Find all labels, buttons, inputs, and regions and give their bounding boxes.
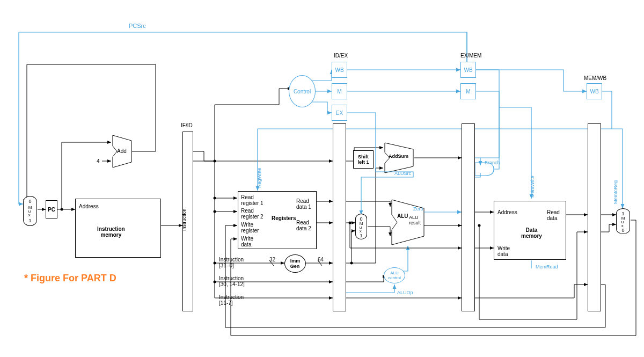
svg-point-4 (214, 262, 216, 265)
mux-label: M u x (28, 206, 32, 217)
dmem-write-data: Write data (497, 245, 510, 257)
dmem-title: Data memory (521, 227, 542, 239)
svg-point-8 (478, 224, 481, 227)
idex-m: M (332, 83, 347, 99)
mux-1: 1 (360, 233, 362, 238)
shift-left-1: Shift left 1 (353, 150, 374, 169)
mux-label: M u x (360, 222, 363, 233)
memtoreg-label: MemtoReg (613, 180, 618, 204)
memread-label: MemRead (536, 264, 558, 269)
ex-mem-register (462, 123, 475, 311)
mem-wb-label: MEM/WB (584, 75, 606, 81)
if-id-label: IF/ID (181, 122, 193, 128)
regwrite-label: RegWrite (257, 168, 262, 188)
diagram-canvas: PCSrc 0 M u x 1 PC Add 4 Address Instruc… (0, 0, 644, 357)
instr-30-14-12: Instruction [30, 14-12] (219, 275, 245, 287)
exmem-m: M (460, 83, 476, 99)
width-64: 64 (318, 257, 324, 263)
svg-point-2 (214, 197, 216, 200)
imem-title: Instruction memory (97, 226, 125, 238)
addsum-label: AddSum (389, 154, 408, 159)
imem-address: Address (79, 203, 99, 209)
alusrc-label: ALUSrc (394, 171, 411, 176)
rf-wr: Write register (241, 222, 259, 234)
alu-result-label: ALU result (409, 215, 421, 225)
pc-block: PC (46, 200, 57, 218)
idex-wb: WB (332, 62, 347, 78)
add-label: Add (117, 148, 127, 154)
rf-rr1: Read register 1 (241, 194, 264, 206)
mux-label: M u x (621, 216, 625, 228)
pc-mux: 0 M u x 1 (23, 196, 37, 226)
pcsrc-label: PCSrc (129, 23, 146, 29)
dmem-read-data: Read data (547, 209, 560, 221)
dmem-address: Address (497, 209, 517, 215)
width-32: 32 (269, 257, 275, 263)
memtoreg-mux: 1 M u x 0 (616, 208, 630, 234)
mux-1: 1 (28, 218, 31, 223)
rf-title: Registers (272, 215, 296, 221)
alu-label: ALU (397, 213, 408, 219)
rf-rd1: Read data 1 (296, 198, 311, 210)
instruction-side-label: Instruction (181, 208, 187, 231)
memwrite-label: MemWrite (530, 176, 535, 198)
instr-31-0: Instruction [31–0] (219, 257, 244, 268)
mem-wb-register (588, 123, 601, 311)
branch-label: Branch (485, 160, 500, 165)
memwb-wb: WB (587, 83, 602, 99)
register-file: Read register 1 Read register 2 Register… (238, 191, 317, 249)
svg-point-0 (61, 208, 63, 211)
exmem-wb: WB (460, 62, 476, 78)
alu-control: ALU control (384, 267, 405, 283)
zero-label: Zero (413, 206, 423, 212)
ex-mem-label: EX/MEM (460, 53, 481, 59)
alusrc-mux: 0 M u x 1 (355, 214, 367, 239)
idex-ex: EX (332, 105, 347, 121)
rf-wd: Write data (241, 236, 253, 247)
mux-0: 0 (621, 228, 624, 233)
control-unit: Control (289, 75, 316, 107)
figure-caption: * Figure For PART D (24, 273, 116, 284)
instruction-memory: Address Instruction memory (75, 199, 161, 258)
instr-11-7: Instruction [11-7] (219, 294, 244, 306)
const-4: 4 (97, 158, 100, 164)
svg-point-5 (214, 281, 216, 283)
aluop-label: ALUOp (397, 290, 413, 295)
data-memory: Address Read data Data memory Write data (494, 201, 566, 260)
mux-0: 0 (28, 199, 31, 204)
id-ex-register (333, 123, 346, 311)
rf-rr2: Read register 2 (241, 208, 264, 220)
rf-rd2: Read data 2 (296, 220, 311, 231)
svg-point-7 (349, 222, 352, 224)
svg-point-3 (214, 210, 216, 213)
wiring-svg (0, 0, 644, 357)
imm-gen: Imm Gen (284, 254, 306, 273)
id-ex-label: ID/EX (334, 53, 348, 59)
